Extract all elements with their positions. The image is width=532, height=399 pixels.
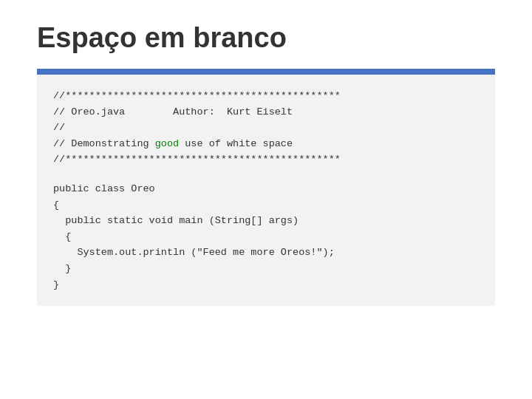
- code-line-4-post: use of white space: [179, 138, 293, 149]
- code-line-3: //: [53, 120, 479, 136]
- code-line-6: public class Oreo: [53, 181, 479, 197]
- slide: Espaço em branco //*********************…: [0, 0, 532, 399]
- code-line-9: {: [53, 229, 479, 245]
- code-line-8: public static void main (String[] args): [53, 213, 479, 229]
- code-line-4-pre: // Demonstrating: [53, 138, 155, 149]
- code-block: //**************************************…: [37, 75, 495, 306]
- slide-title: Espaço em branco: [37, 22, 495, 54]
- blue-bar: [37, 69, 495, 75]
- code-line-10: System.out.println ("Feed me more Oreos!…: [53, 245, 479, 261]
- code-line-11: }: [53, 261, 479, 277]
- code-line-4: // Demonstrating good use of white space: [53, 136, 479, 152]
- code-highlight-good: good: [155, 138, 179, 149]
- code-spacer: [53, 168, 479, 181]
- code-line-12: }: [53, 277, 479, 293]
- code-line-5: //**************************************…: [53, 151, 479, 168]
- code-line-2: // Oreo.java Author: Kurt Eiselt: [53, 104, 479, 120]
- code-line-7: {: [53, 197, 479, 214]
- code-line-1: //**************************************…: [53, 88, 479, 104]
